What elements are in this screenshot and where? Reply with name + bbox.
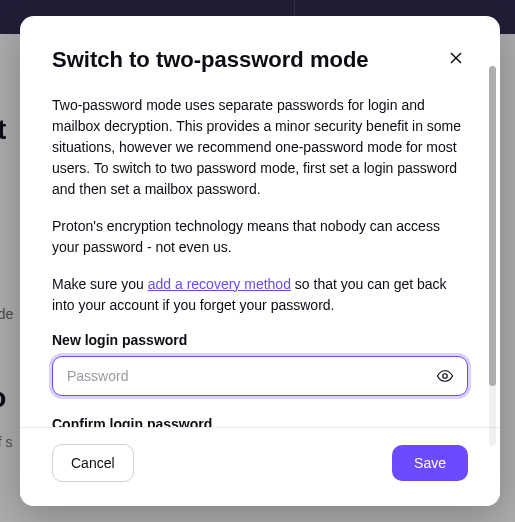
modal-header: Switch to two-password mode — [52, 46, 468, 75]
add-recovery-link[interactable]: add a recovery method — [148, 276, 291, 292]
cancel-button[interactable]: Cancel — [52, 444, 134, 482]
modal-description-2: Proton's encryption technology means tha… — [52, 216, 468, 258]
modal-body: Switch to two-password mode Two-password… — [20, 16, 500, 427]
confirm-password-label: Confirm login password — [52, 416, 468, 427]
new-password-wrapper — [52, 356, 468, 396]
recovery-text-prefix: Make sure you — [52, 276, 148, 292]
close-icon — [448, 50, 464, 66]
modal-description-1: Two-password mode uses separate password… — [52, 95, 468, 200]
modal-description-3: Make sure you add a recovery method so t… — [52, 274, 468, 316]
reveal-password-button[interactable] — [430, 361, 460, 391]
close-button[interactable] — [444, 46, 468, 70]
eye-icon — [436, 367, 454, 385]
scrollbar-thumb[interactable] — [489, 66, 496, 386]
svg-point-2 — [443, 373, 448, 378]
new-password-input[interactable] — [52, 356, 468, 396]
two-password-modal: Switch to two-password mode Two-password… — [20, 16, 500, 506]
modal-footer: Cancel Save — [20, 427, 500, 506]
new-password-label: New login password — [52, 332, 468, 348]
save-button[interactable]: Save — [392, 445, 468, 481]
modal-title: Switch to two-password mode — [52, 46, 369, 75]
scrollbar-track[interactable] — [489, 66, 496, 446]
